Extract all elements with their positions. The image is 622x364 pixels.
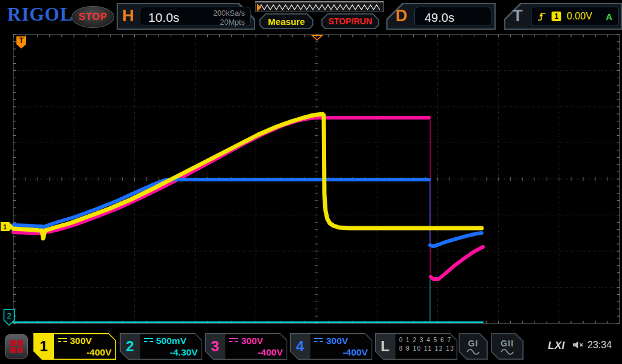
menu-button[interactable] [5,334,28,359]
waveform-overview-thumbnail [256,2,383,12]
logic-row-1: 0 1 2 3 4 5 6 7 [399,336,453,345]
g2-label: GII [501,339,514,348]
horizontal-label: H [122,7,134,25]
trace-ch1-yellow [13,114,482,238]
dc-coupling-icon [144,338,153,343]
trigger-level-value: 0.00V [567,11,592,22]
trace-ch3-magenta [431,247,483,279]
channel-box-3[interactable]: 3 300V -400V [205,333,287,360]
channel-3-offset: -400V [229,347,283,358]
svg-text:T: T [19,36,24,45]
sample-rate: 200kSa/s [213,9,245,18]
g2-function-button[interactable]: GII [491,333,524,360]
channel-4-offset: -400V [314,347,368,358]
waveform-overview-bar[interactable] [255,1,384,12]
memory-depth: 20Mpts [213,18,245,27]
delay-label: D [395,7,408,25]
waveform-display[interactable]: T12 [0,0,622,364]
logic-row-2: 8 9 10 11 12 13 14 15 [399,345,453,354]
trigger-label: T [513,7,523,25]
menu-grid-icon [10,340,23,353]
run-state-label: STOP [78,12,107,22]
delay-value: 49.0s [425,11,454,25]
g1-label: GI [468,339,479,348]
lxi-logo: LXI [548,340,565,352]
channel-4-number: 4 [290,333,310,360]
bottom-status-bar: 1 300V -400V 2 500mV -4.30V 3 300V -400V [0,331,622,364]
measure-button-label: Measure [268,16,305,27]
channel-2-scale: 500mV [156,335,186,346]
channel-2-offset: -4.30V [144,347,198,358]
delay-valuebox[interactable]: 49.0s [414,7,491,26]
trigger-valuebox[interactable]: 1 0.00V A [531,7,619,26]
acquisition-info: 200kSa/s 20Mpts [213,9,245,27]
speaker-muted-icon[interactable] [572,340,584,349]
trigger-source-badge: 1 [552,12,561,21]
trigger-position-marker [312,36,322,41]
logic-channels-box[interactable]: L 0 1 2 3 4 5 6 7 8 9 10 11 12 13 14 15 [375,333,457,360]
dc-coupling-icon [229,338,238,343]
channel-1-number: 1 [33,333,54,360]
sine-wave-icon [501,349,514,355]
sine-wave-icon [466,349,480,355]
svg-text:2: 2 [7,311,11,320]
dc-coupling-icon [58,338,67,343]
stop-run-button[interactable]: STOP/RUN [321,13,379,29]
horizontal-valuebox[interactable]: 10.0s 200kSa/s 20Mpts [140,7,251,26]
channel-box-4[interactable]: 4 300V -400V [290,333,372,360]
trace-ch4-blue [430,233,482,246]
channel-4-scale: 300V [326,335,348,346]
rising-edge-icon [538,12,546,22]
channel-3-number: 3 [205,333,225,360]
channel-box-2[interactable]: 2 500mV -4.30V [120,333,202,360]
trigger-mode: A [606,12,612,22]
channel-2-number: 2 [120,333,140,360]
svg-text:1: 1 [3,223,7,231]
channel-1-scale: 300V [70,335,92,346]
trigger-panel[interactable]: T 1 0.00V A [504,3,622,30]
top-status-bar: RIGOL STOP H 10.0s 200kSa/s 20Mpts Measu… [0,0,622,32]
rigol-logo: RIGOL [7,4,73,25]
channel-box-1[interactable]: 1 300V -400V [33,333,116,360]
clock: 23:34 [587,340,612,351]
logic-label: L [375,333,395,360]
channel-3-scale: 300V [241,335,263,346]
measure-button[interactable]: Measure [259,13,313,29]
delay-panel[interactable]: D 49.0s [386,3,496,30]
oscilloscope-screen: T12 RIGOL STOP H 10.0s 200kSa/s 20Mpts [0,0,622,364]
dc-coupling-icon [314,338,323,343]
horizontal-panel[interactable]: H 10.0s 200kSa/s 20Mpts [117,3,255,30]
g1-function-button[interactable]: GI [459,333,488,360]
run-state-badge: STOP [72,6,114,28]
channel-1-offset: -400V [58,347,112,358]
timebase-value: 10.0s [148,10,179,25]
stop-run-button-label: STOP/RUN [328,16,372,26]
